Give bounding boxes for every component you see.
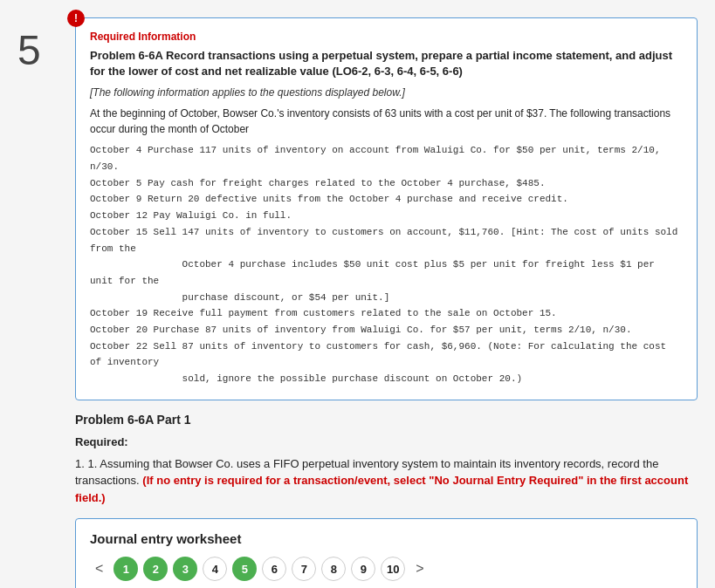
transaction-item: October 15 Sell 147 units of inventory t… bbox=[90, 224, 683, 256]
instruction-number: 1. bbox=[75, 457, 87, 470]
transaction-item: October 9 Return 20 defective units from… bbox=[90, 191, 683, 208]
problem-title: Problem 6-6A Record transactions using a… bbox=[90, 48, 683, 79]
required-label: Required: bbox=[75, 435, 698, 448]
prev-tab-button[interactable]: < bbox=[90, 559, 108, 578]
tab-6[interactable]: 6 bbox=[262, 557, 286, 581]
transaction-item-cont: purchase discount, or $54 per unit.] bbox=[90, 290, 683, 306]
transaction-list: October 4 Purchase 117 units of inventor… bbox=[90, 142, 683, 386]
transaction-item: October 20 Purchase 87 units of inventor… bbox=[90, 322, 683, 338]
tab-5[interactable]: 5 bbox=[232, 557, 257, 581]
italic-note: [The following information applies to th… bbox=[90, 86, 683, 99]
instruction-bold-red: (If no entry is required for a transacti… bbox=[75, 474, 688, 504]
tab-3[interactable]: 3 bbox=[173, 557, 197, 581]
transaction-item: October 19 Receive full payment from cus… bbox=[90, 305, 683, 322]
page-number: 5 bbox=[17, 17, 61, 588]
tab-4[interactable]: 4 bbox=[203, 557, 227, 581]
transaction-item-cont: October 4 purchase includes $50 unit cos… bbox=[90, 256, 683, 289]
transaction-item: October 12 Pay Waluigi Co. in full. bbox=[90, 208, 683, 224]
instruction-text: 1. 1. Assuming that Bowser Co. uses a FI… bbox=[75, 455, 698, 507]
tab-2[interactable]: 2 bbox=[143, 557, 168, 581]
info-icon: ! bbox=[67, 10, 85, 27]
tabs-row: < 1 2 3 4 5 6 7 8 9 10 > bbox=[90, 557, 683, 581]
tab-10[interactable]: 10 bbox=[381, 557, 405, 581]
transaction-item: October 5 Pay cash for freight charges r… bbox=[90, 175, 683, 192]
tab-9[interactable]: 9 bbox=[351, 557, 375, 581]
info-box: ! Required Information Problem 6-6A Reco… bbox=[75, 17, 698, 400]
transaction-item: October 22 Sell 87 units of inventory to… bbox=[90, 338, 683, 371]
section-title: Problem 6-6A Part 1 bbox=[75, 413, 698, 427]
transaction-item-cont: sold, ignore the possible purchase disco… bbox=[90, 371, 683, 387]
required-info-label: Required Information bbox=[90, 31, 683, 43]
journal-title: Journal entry worksheet bbox=[90, 531, 683, 546]
tab-1[interactable]: 1 bbox=[113, 557, 138, 581]
tab-7[interactable]: 7 bbox=[292, 557, 316, 581]
journal-worksheet: Journal entry worksheet < 1 2 3 4 5 6 7 … bbox=[75, 518, 698, 588]
transaction-item: October 4 Purchase 117 units of inventor… bbox=[90, 142, 683, 174]
next-tab-button[interactable]: > bbox=[410, 559, 429, 578]
intro-text: At the beginning of October, Bowser Co.'… bbox=[90, 106, 683, 137]
tab-8[interactable]: 8 bbox=[321, 557, 346, 581]
